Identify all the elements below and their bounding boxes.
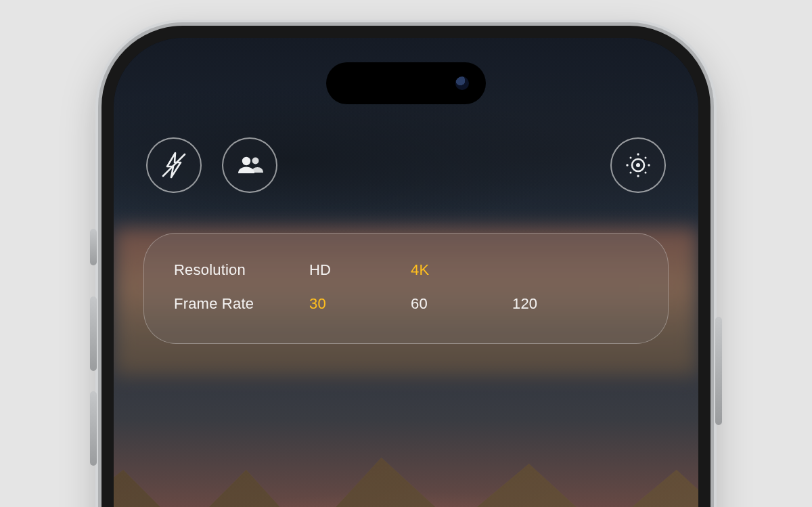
screen: Resolution HD 4K Frame Rate 30 60 120 — [114, 38, 698, 507]
frame-rate-row: Frame Rate 30 60 120 — [174, 288, 638, 320]
phone-frame: Resolution HD 4K Frame Rate 30 60 120 — [102, 26, 710, 507]
side-button — [715, 317, 722, 425]
svg-point-7 — [626, 164, 628, 166]
svg-point-2 — [252, 158, 259, 164]
video-settings-panel: Resolution HD 4K Frame Rate 30 60 120 — [143, 233, 669, 344]
camera-top-controls — [146, 137, 666, 194]
frame-rate-option-60[interactable]: 60 — [411, 295, 512, 313]
resolution-option-4k[interactable]: 4K — [411, 261, 512, 279]
resolution-option-hd[interactable]: HD — [309, 261, 411, 279]
flash-toggle-button[interactable] — [146, 137, 202, 193]
ringer-switch — [90, 229, 97, 265]
flash-off-icon — [159, 150, 189, 180]
dynamic-island — [326, 62, 486, 104]
capture-target-icon — [623, 150, 653, 180]
resolution-options: HD 4K — [309, 261, 638, 279]
people-icon — [235, 150, 265, 180]
resolution-label: Resolution — [174, 261, 309, 279]
resolution-row: Resolution HD 4K — [174, 254, 638, 286]
volume-up-button — [90, 296, 97, 371]
svg-point-11 — [630, 172, 632, 174]
svg-point-5 — [637, 153, 639, 155]
svg-point-9 — [630, 157, 632, 159]
people-detection-button[interactable] — [222, 137, 277, 193]
capture-settings-button[interactable] — [610, 137, 666, 193]
front-camera-lens-icon — [453, 74, 471, 92]
frame-rate-option-120[interactable]: 120 — [512, 295, 614, 313]
svg-point-10 — [645, 157, 647, 159]
frame-rate-label: Frame Rate — [174, 295, 309, 313]
volume-down-button — [90, 391, 97, 466]
svg-point-4 — [636, 163, 640, 167]
svg-point-12 — [645, 172, 647, 174]
svg-point-8 — [648, 164, 650, 166]
svg-point-6 — [637, 175, 639, 177]
frame-rate-option-30[interactable]: 30 — [309, 295, 411, 313]
svg-point-1 — [242, 157, 250, 165]
frame-rate-options: 30 60 120 — [309, 295, 638, 313]
